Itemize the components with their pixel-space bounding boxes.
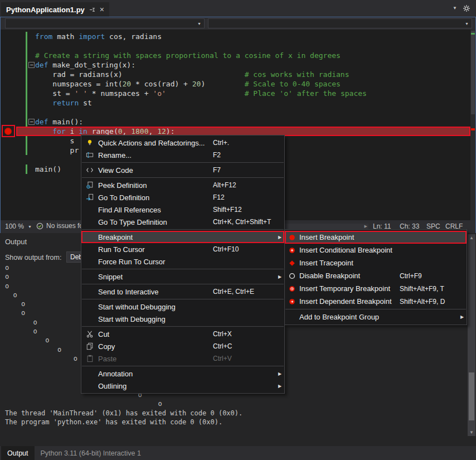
submenu-item-insert-conditional-breakpoint[interactable]: Insert Conditional Breakpoint <box>285 244 467 256</box>
document-tabstrip: PythonApplication1.py × ▼ <box>0 0 476 17</box>
submenu-item-add-to-breakpoint-group[interactable]: Add to Breakpoint Group▶ <box>285 311 467 323</box>
cut-icon <box>81 330 98 338</box>
menu-item-label: Insert Temporary Breakpoint <box>299 284 400 293</box>
menu-item-find-all-references[interactable]: Find All ReferencesShift+F12 <box>81 204 284 216</box>
code-line[interactable]: def main(): <box>16 117 470 127</box>
menu-item-cut[interactable]: CutCtrl+X <box>81 328 284 340</box>
code-line[interactable]: # Create a string with spaces proportion… <box>16 51 470 60</box>
submenu-item-insert-tracepoint[interactable]: Insert Tracepoint <box>285 256 467 269</box>
menu-item-send-to-interactive[interactable]: Send to InteractiveCtrl+E, Ctrl+E <box>81 285 284 298</box>
output-vertical-scrollbar[interactable]: ▲ ▼ <box>468 234 475 436</box>
rename-icon <box>81 151 98 159</box>
menu-item-label: Paste <box>98 355 213 363</box>
peek-definition-icon <box>81 181 98 189</box>
tab-output[interactable]: Output <box>1 446 35 460</box>
code-text: def main(): <box>35 118 83 126</box>
menu-item-paste[interactable]: PasteCtrl+V <box>81 352 284 365</box>
menu-item-label: Force Run To Cursor <box>98 258 213 266</box>
scroll-up-icon[interactable]: ▲ <box>468 235 475 240</box>
menu-item-quick-actions-and-refactorings[interactable]: Quick Actions and Refactorings...Ctrl+. <box>81 137 284 149</box>
submenu-arrow-icon: ▶ <box>458 314 467 319</box>
menu-item-breakpoint[interactable]: Breakpoint▶ <box>81 231 284 243</box>
nav-types-dropdown[interactable]: ▼ <box>5 18 205 28</box>
code-line[interactable]: def make_dot_string(x): <box>16 60 470 70</box>
submenu-arrow-icon: ▶ <box>275 235 284 240</box>
menu-item-shortcut: Shift+Alt+F9, D <box>400 298 458 306</box>
menu-item-shortcut: Ctrl+C <box>213 342 275 350</box>
menu-item-label: Peek Definition <box>98 181 213 190</box>
menu-item-copy[interactable]: CopyCtrl+C <box>81 340 284 352</box>
navigation-bar: ▼ ▼ <box>1 17 475 30</box>
scroll-right-icon[interactable]: ▶ <box>365 224 367 229</box>
menu-item-snippet[interactable]: Snippet▶ <box>81 270 284 283</box>
fold-collapse-icon[interactable]: − <box>28 62 35 68</box>
scrollbar-thumb[interactable] <box>469 372 474 420</box>
gear-icon[interactable] <box>463 4 470 12</box>
menu-item-outlining[interactable]: Outlining▶ <box>81 380 284 392</box>
code-text: for i in range(0, 1800, 12): <box>35 127 175 135</box>
menu-item-run-to-cursor[interactable]: Run To CursorCtrl+F10 <box>81 243 284 255</box>
code-line[interactable]: st = ' ' * numspaces + 'o' # Place 'o' a… <box>16 89 470 98</box>
menu-item-annotation[interactable]: Annotation▶ <box>81 367 284 380</box>
menu-item-shortcut: Shift+Alt+F9, T <box>400 285 458 293</box>
submenu-item-insert-breakpoint[interactable]: Insert Breakpoint <box>285 231 467 244</box>
paste-icon <box>81 355 98 362</box>
menu-item-shortcut: Ctrl+X <box>213 330 275 338</box>
nav-members-dropdown[interactable]: ▼ <box>208 18 472 28</box>
dependent-breakpoint-icon <box>285 298 299 306</box>
menu-item-start-with-debugging[interactable]: Start with Debugging <box>81 313 284 325</box>
code-line[interactable]: return st <box>16 98 470 108</box>
code-text: from math import cos, radians <box>35 32 162 41</box>
copy-icon <box>81 342 98 350</box>
document-tab[interactable]: PythonApplication1.py × <box>1 2 109 17</box>
zoom-control[interactable]: 100 % ▼ <box>5 222 32 230</box>
scrollbar-change-mark <box>471 33 475 35</box>
editor-vertical-scrollbar[interactable] <box>470 30 475 220</box>
menu-item-shortcut: Ctrl+F9 <box>400 272 458 280</box>
submenu-item-insert-dependent-breakpoint[interactable]: Insert Dependent BreakpointShift+Alt+F9,… <box>285 295 467 308</box>
close-icon[interactable]: × <box>100 6 104 13</box>
code-text: main() <box>35 165 61 173</box>
menu-item-start-without-debugging[interactable]: Start without Debugging <box>81 301 284 313</box>
scroll-down-icon[interactable]: ▼ <box>468 430 475 435</box>
code-line[interactable]: rad = radians(x) # cos works with radian… <box>16 70 470 79</box>
fold-collapse-icon[interactable]: − <box>28 119 35 125</box>
menu-separator <box>82 284 284 284</box>
tab-python-interactive[interactable]: Python 3.11 (64-bit) Interactive 1 <box>35 446 147 460</box>
menu-item-view-code[interactable]: View CodeF7 <box>81 164 284 176</box>
editor-context-menu: Quick Actions and Refactorings...Ctrl+.R… <box>81 135 285 394</box>
pin-icon[interactable] <box>89 6 96 13</box>
code-line[interactable]: from math import cos, radians <box>16 32 470 41</box>
menu-item-label: Find All References <box>98 206 213 214</box>
menu-item-label: Start with Debugging <box>98 315 213 323</box>
zoom-value: 100 % <box>5 222 24 230</box>
menu-item-peek-definition[interactable]: Peek DefinitionAlt+F12 <box>81 179 284 191</box>
breakpoint-submenu: Insert BreakpointInsert Conditional Brea… <box>284 229 467 325</box>
menu-item-shortcut: F7 <box>213 166 275 174</box>
code-text: # Create a string with spaces proportion… <box>35 51 341 60</box>
tab-list-dropdown-icon[interactable]: ▼ <box>453 6 457 11</box>
menu-item-go-to-type-definition[interactable]: Go To Type DefinitionCtrl+K, Ctrl+Shift+… <box>81 216 284 228</box>
menu-item-shortcut: Ctrl+K, Ctrl+Shift+T <box>213 218 275 226</box>
output-panel-title: Output <box>5 238 27 246</box>
scrollbar-thumb[interactable] <box>471 31 475 114</box>
menu-separator <box>82 177 284 178</box>
code-line[interactable]: numspaces = int(20 * cos(rad) + 20) # Sc… <box>16 79 470 89</box>
menu-item-rename[interactable]: Rename...F2 <box>81 149 284 161</box>
vs-window: PythonApplication1.py × ▼ ▼ ▼ <box>0 0 476 460</box>
menu-item-go-to-definition[interactable]: Go To DefinitionF12 <box>81 191 284 204</box>
submenu-item-insert-temporary-breakpoint[interactable]: Insert Temporary BreakpointShift+Alt+F9,… <box>285 282 467 295</box>
code-line[interactable] <box>16 108 470 117</box>
menu-item-label: Breakpoint <box>98 233 213 241</box>
chevron-down-icon: ▼ <box>197 22 201 26</box>
menu-item-label: Insert Breakpoint <box>299 233 400 241</box>
annotation-box-breakpoint-glyph <box>2 125 15 137</box>
menu-item-force-run-to-cursor[interactable]: Force Run To Cursor <box>81 255 284 268</box>
menu-item-label: Add to Breakpoint Group <box>299 313 400 321</box>
submenu-item-disable-breakpoint[interactable]: Disable BreakpointCtrl+F9 <box>285 269 467 282</box>
code-text: st = ' ' * numspaces + 'o' # Place 'o' a… <box>35 89 367 98</box>
menu-item-label: View Code <box>98 166 213 175</box>
menu-item-label: Insert Dependent Breakpoint <box>299 297 400 306</box>
code-line[interactable] <box>16 41 470 51</box>
submenu-arrow-icon: ▶ <box>275 274 284 279</box>
